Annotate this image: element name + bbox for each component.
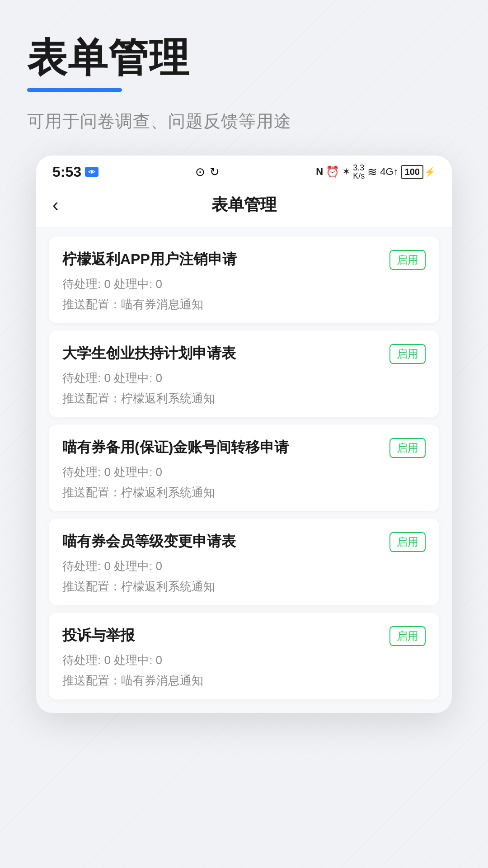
status-bar: 5:53 ⊙ ↻ N ⏰ ✶ 3.3K/s ≋ 4G↑ [36, 156, 452, 185]
processing-label: 处理中: [111, 653, 156, 667]
form-card-stats: 待处理: 0 处理中: 0 [62, 370, 426, 386]
processing-label: 处理中: [111, 465, 156, 479]
phone-mockup: 5:53 ⊙ ↻ N ⏰ ✶ 3.3K/s ≋ 4G↑ [36, 156, 452, 713]
form-card-title: 喵有券会员等级变更申请表 [62, 531, 389, 552]
bluetooth-icon: ✶ [342, 166, 350, 178]
form-card[interactable]: 柠檬返利APP用户注销申请 启用 待处理: 0 处理中: 0 推送配置：喵有券消… [49, 236, 439, 323]
form-list: 柠檬返利APP用户注销申请 启用 待处理: 0 处理中: 0 推送配置：喵有券消… [36, 227, 452, 713]
status-badge: 启用 [389, 532, 426, 552]
push-value: 喵有券消息通知 [121, 674, 203, 687]
processing-value: 0 [156, 559, 162, 573]
push-label: 推送配置： [62, 674, 121, 687]
page-header: 表单管理 可用于问卷调查、问题反馈等用途 [27, 36, 461, 133]
pending-label: 待处理: [62, 277, 104, 291]
push-value: 柠檬返利系统通知 [121, 392, 215, 405]
push-label: 推送配置： [62, 486, 121, 499]
form-card-title: 大学生创业扶持计划申请表 [62, 343, 389, 363]
status-time-icon [85, 167, 99, 177]
form-card-header: 大学生创业扶持计划申请表 启用 [62, 343, 426, 364]
form-card-header: 喵有券备用(保证)金账号间转移申请 启用 [62, 437, 426, 458]
pending-label: 待处理: [62, 559, 104, 573]
form-card-push: 推送配置：柠檬返利系统通知 [62, 391, 426, 406]
form-card-push: 推送配置：喵有券消息通知 [62, 673, 426, 689]
form-card-stats: 待处理: 0 处理中: 0 [62, 276, 426, 292]
svg-point-0 [91, 171, 93, 173]
status-badge: 启用 [389, 250, 426, 270]
pending-value: 0 [104, 559, 110, 573]
form-card-title: 喵有券备用(保证)金账号间转移申请 [62, 437, 389, 458]
alarm-icon: ⏰ [326, 165, 339, 178]
nav-bar: ‹ 表单管理 [36, 185, 452, 227]
form-card-header: 喵有券会员等级变更申请表 启用 [62, 531, 426, 552]
form-card[interactable]: 喵有券备用(保证)金账号间转移申请 启用 待处理: 0 处理中: 0 推送配置：… [49, 425, 439, 511]
push-value: 柠檬返利系统通知 [121, 486, 215, 499]
page-subtitle: 可用于问卷调查、问题反馈等用途 [27, 110, 461, 133]
refresh-icon: ↻ [210, 165, 220, 179]
title-underline [27, 88, 122, 92]
wifi-icon: ≋ [367, 165, 377, 179]
form-card-stats: 待处理: 0 处理中: 0 [62, 652, 426, 668]
speed-text: 3.3K/s [353, 164, 365, 180]
pending-label: 待处理: [62, 371, 104, 385]
status-time: 5:53 [52, 164, 99, 180]
processing-value: 0 [156, 277, 162, 291]
pending-label: 待处理: [62, 465, 104, 479]
form-card-title: 投诉与举报 [62, 625, 389, 646]
pending-label: 待处理: [62, 653, 104, 667]
form-card[interactable]: 投诉与举报 启用 待处理: 0 处理中: 0 推送配置：喵有券消息通知 [49, 613, 439, 699]
form-card[interactable]: 喵有券会员等级变更申请表 启用 待处理: 0 处理中: 0 推送配置：柠檬返利系… [49, 519, 439, 605]
form-card-push: 推送配置：柠檬返利系统通知 [62, 579, 426, 594]
signal-icon: 4G↑ [380, 166, 398, 178]
status-badge: 启用 [389, 626, 426, 646]
form-card-header: 投诉与举报 启用 [62, 625, 426, 646]
form-card-header: 柠檬返利APP用户注销申请 启用 [62, 249, 426, 270]
form-card-stats: 待处理: 0 处理中: 0 [62, 558, 426, 574]
form-card-push: 推送配置：柠檬返利系统通知 [62, 485, 426, 500]
pending-value: 0 [104, 465, 110, 479]
form-card-push: 推送配置：喵有券消息通知 [62, 297, 426, 312]
processing-value: 0 [156, 653, 162, 667]
form-card-stats: 待处理: 0 处理中: 0 [62, 464, 426, 480]
push-label: 推送配置： [62, 580, 121, 593]
processing-value: 0 [156, 371, 162, 385]
processing-label: 处理中: [111, 371, 156, 385]
nfc-icon: N [316, 166, 323, 178]
nav-title: 表单管理 [211, 194, 277, 216]
page-container: 表单管理 可用于问卷调查、问题反馈等用途 5:53 ⊙ ↻ N [0, 0, 488, 740]
push-label: 推送配置： [62, 297, 121, 311]
processing-label: 处理中: [111, 277, 156, 291]
push-label: 推送配置： [62, 392, 121, 405]
pending-value: 0 [104, 371, 110, 385]
status-badge: 启用 [389, 344, 426, 364]
form-card-title: 柠檬返利APP用户注销申请 [62, 249, 389, 269]
pending-value: 0 [104, 277, 110, 291]
status-badge: 启用 [389, 438, 426, 458]
push-value: 喵有券消息通知 [121, 297, 203, 311]
status-right-icons: N ⏰ ✶ 3.3K/s ≋ 4G↑ 100 ⚡ [316, 164, 436, 180]
status-center-icons: ⊙ ↻ [195, 165, 220, 179]
push-value: 柠檬返利系统通知 [121, 580, 215, 593]
page-title: 表单管理 [27, 36, 461, 80]
target-icon: ⊙ [195, 165, 205, 179]
processing-label: 处理中: [111, 559, 156, 573]
form-card[interactable]: 大学生创业扶持计划申请表 启用 待处理: 0 处理中: 0 推送配置：柠檬返利系… [49, 330, 439, 417]
battery-icon: 100 ⚡ [401, 165, 436, 179]
pending-value: 0 [104, 653, 110, 667]
back-button[interactable]: ‹ [52, 196, 58, 214]
processing-value: 0 [156, 465, 162, 479]
